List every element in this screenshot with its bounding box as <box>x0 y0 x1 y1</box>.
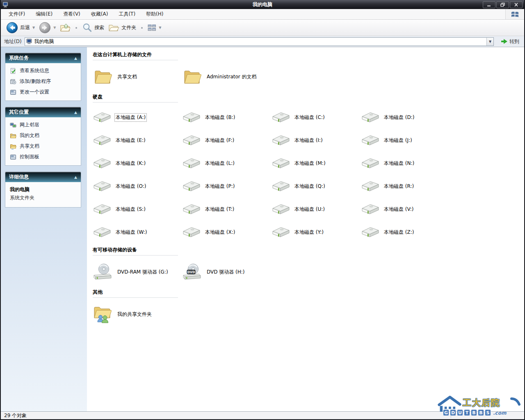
up-button[interactable] <box>58 21 73 34</box>
content-area: 系统任务▲查看系统信息添加/删除程序更改一个设置其它位置▲网上邻居我的文档共享文… <box>1 47 524 411</box>
file-item[interactable]: 我的共享文件夹 <box>93 301 182 327</box>
hard-drive-icon <box>272 179 290 193</box>
change-setting-icon <box>10 89 16 96</box>
menu-item[interactable]: 编辑(E) <box>30 9 58 19</box>
sidebar-item[interactable]: 更改一个设置 <box>10 89 78 96</box>
drive-item[interactable]: 本地磁盘 (S:) <box>93 198 182 221</box>
my-computer-icon <box>2 1 9 8</box>
hard-drive-icon <box>361 179 380 193</box>
sidebar-item-label: 控制面板 <box>20 153 39 160</box>
drive-item[interactable]: 本地磁盘 (P:) <box>182 175 272 198</box>
drive-item[interactable]: 本地磁盘 (R:) <box>361 175 450 198</box>
hard-drive-icon <box>93 179 112 193</box>
file-item[interactable]: Administrator 的文档 <box>182 64 272 90</box>
sidebar-panel: 详细信息▲我的电脑系统文件夹 <box>5 171 81 208</box>
item-label: 本地磁盘 (O:) <box>115 183 147 190</box>
sidebar-item[interactable]: 共享文档 <box>10 143 78 150</box>
drive-item[interactable]: 本地磁盘 (W:) <box>93 221 182 244</box>
my-documents-icon <box>10 132 16 139</box>
drive-item[interactable]: 本地磁盘 (L:) <box>182 152 272 175</box>
drive-item[interactable]: 本地磁盘 (B:) <box>182 106 272 129</box>
folders-button[interactable]: 文件夹 <box>106 22 138 34</box>
address-input[interactable]: 我的电脑 ▼ <box>25 37 494 46</box>
panel-title: 详细信息 <box>9 173 29 180</box>
drive-item[interactable]: 本地磁盘 (D:) <box>361 106 450 129</box>
item-label: 本地磁盘 (U:) <box>294 205 326 213</box>
up-folder-icon <box>60 23 71 33</box>
minimize-button[interactable] <box>483 1 495 8</box>
sidebar-item[interactable]: 查看系统信息 <box>10 67 78 74</box>
item-label: 本地磁盘 (B:) <box>204 114 236 121</box>
hard-drive-icon <box>182 225 201 239</box>
dvd-icon: DVD <box>182 262 202 281</box>
dvd-ram-icon <box>93 262 112 281</box>
drive-item[interactable]: 本地磁盘 (M:) <box>272 152 361 175</box>
back-dropdown-icon: ▼ <box>32 26 35 30</box>
sidebar: 系统任务▲查看系统信息添加/删除程序更改一个设置其它位置▲网上邻居我的文档共享文… <box>1 47 87 411</box>
back-button[interactable]: 后退 ▼ <box>4 21 37 35</box>
drive-item[interactable]: 本地磁盘 (Z:) <box>361 221 450 244</box>
sidebar-item[interactable]: 添加/删除程序 <box>10 78 78 85</box>
hard-drive-icon <box>182 110 201 124</box>
add-remove-icon <box>10 78 16 85</box>
drive-item[interactable]: 本地磁盘 (N:) <box>361 152 450 175</box>
drive-item[interactable]: 本地磁盘 (Q:) <box>272 175 361 198</box>
search-button[interactable]: 搜索 <box>80 21 106 34</box>
window-controls <box>482 1 523 8</box>
drive-item[interactable]: 本地磁盘 (J:) <box>361 129 450 152</box>
restore-button[interactable] <box>496 1 509 8</box>
item-label: 本地磁盘 (L:) <box>204 160 235 167</box>
drive-item[interactable]: 本地磁盘 (I:) <box>272 129 361 152</box>
drive-item[interactable]: 本地磁盘 (O:) <box>93 175 182 198</box>
drive-item[interactable]: 本地磁盘 (A:) <box>93 106 182 129</box>
menu-item[interactable]: 收藏(A) <box>86 9 114 19</box>
address-dropdown-button[interactable]: ▼ <box>486 38 493 46</box>
close-button[interactable] <box>510 1 523 8</box>
item-label: 本地磁盘 (A:) <box>115 114 146 121</box>
sidebar-item-label: 添加/删除程序 <box>20 78 51 85</box>
menu-item[interactable]: 查看(V) <box>58 9 86 19</box>
drive-item[interactable]: 本地磁盘 (K:) <box>93 152 182 175</box>
item-label: 本地磁盘 (W:) <box>115 228 148 236</box>
menu-item[interactable]: 文件(F) <box>3 9 30 19</box>
views-button[interactable]: ▼ <box>146 23 163 32</box>
section-items: 本地磁盘 (A:)本地磁盘 (B:)本地磁盘 (C:)本地磁盘 (D:)本地磁盘… <box>93 106 454 244</box>
file-item[interactable]: 共享文档 <box>93 64 182 90</box>
restore-icon <box>500 2 505 7</box>
drive-item[interactable]: 本地磁盘 (X:) <box>182 221 272 244</box>
drive-item[interactable]: 本地磁盘 (U:) <box>272 198 361 221</box>
panel-header[interactable]: 系统任务▲ <box>5 53 81 63</box>
hard-drive-icon <box>361 133 380 147</box>
drive-item[interactable]: 本地磁盘 (Y:) <box>272 221 361 244</box>
drive-item[interactable]: 本地磁盘 (V:) <box>361 198 450 221</box>
network-icon <box>10 122 16 128</box>
hard-drive-icon <box>93 156 112 170</box>
item-label: 本地磁盘 (Z:) <box>383 228 415 236</box>
menu-item[interactable]: 帮助(H) <box>141 9 169 19</box>
drive-item[interactable]: 本地磁盘 (F:) <box>182 129 272 152</box>
file-item[interactable]: DVDDVD 驱动器 (H:) <box>182 259 272 285</box>
windows-flag-icon <box>511 10 519 18</box>
details-item-type: 系统文件夹 <box>10 194 77 201</box>
item-label: 共享文档 <box>116 73 138 81</box>
drive-item[interactable]: 本地磁盘 (T:) <box>182 198 272 221</box>
control-panel-icon <box>10 154 16 160</box>
drive-item[interactable]: 本地磁盘 (C:) <box>272 106 361 129</box>
panel-header[interactable]: 其它位置▲ <box>5 107 81 117</box>
sidebar-item-label: 共享文档 <box>20 143 39 150</box>
sidebar-item[interactable]: 网上邻居 <box>10 121 78 128</box>
item-label: 本地磁盘 (E:) <box>115 137 146 144</box>
hard-drive-icon <box>272 225 290 239</box>
item-label: 我的共享文件夹 <box>116 310 153 318</box>
panel-header[interactable]: 详细信息▲ <box>5 172 81 182</box>
sidebar-item[interactable]: 控制面板 <box>10 153 78 160</box>
sidebar-item[interactable]: 我的文档 <box>10 132 78 139</box>
sidebar-panel: 其它位置▲网上邻居我的文档共享文档控制面板 <box>5 107 81 166</box>
file-item[interactable]: DVD-RAM 驱动器 (G:) <box>93 259 182 285</box>
status-object-count: 29 个对象 <box>4 412 27 419</box>
hard-drive-icon <box>272 156 290 170</box>
forward-button[interactable]: ▼ <box>37 21 58 35</box>
drive-item[interactable]: 本地磁盘 (E:) <box>93 129 182 152</box>
menu-item[interactable]: 工具(T) <box>113 9 141 19</box>
go-button[interactable]: 转到 <box>497 38 524 45</box>
